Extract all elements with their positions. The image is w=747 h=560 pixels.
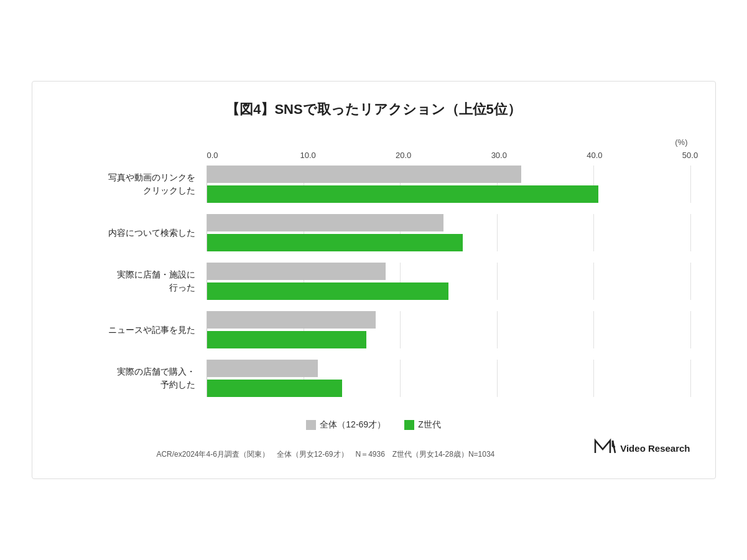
gray-bar-row-0 (207, 166, 690, 183)
green-bar-row-0 (207, 185, 690, 203)
x-tick-4: 40.0 (587, 151, 602, 160)
bars-container-0 (206, 166, 690, 203)
footer-row: ACR/ex2024年4-6月調査（関東） 全体（男女12-69才） N＝493… (57, 437, 690, 460)
legend-gray-box (306, 420, 316, 430)
bar-group-2: 実際に店舗・施設に 行った (70, 263, 690, 300)
bars-container-4 (206, 360, 690, 397)
percent-unit: (%) (213, 138, 690, 147)
bar-label-2: 実際に店舗・施設に 行った (70, 268, 206, 294)
bar-label-0: 写真や動画のリンクを クリックした (70, 171, 206, 197)
grid-line (690, 166, 691, 203)
green-bar-row-1 (207, 234, 690, 251)
green-bar-2 (207, 282, 449, 300)
gray-bar-1 (207, 214, 444, 231)
bar-group-4: 実際の店舗で購入・ 予約した (70, 360, 690, 397)
gray-bar-3 (207, 311, 376, 329)
bar-group-0: 写真や動画のリンクを クリックした (70, 166, 690, 203)
footnote: ACR/ex2024年4-6月調査（関東） 全体（男女12-69才） N＝493… (57, 449, 595, 460)
bar-group-3: ニュースや記事を見た (70, 311, 690, 348)
gray-bar-row-2 (207, 263, 690, 280)
bar-group-1: 内容について検索した (70, 214, 690, 251)
x-tick-5: 50.0 (682, 151, 698, 160)
bars-container-1 (206, 214, 690, 251)
vr-logo-text: Video Research (620, 443, 690, 454)
bar-label-1: 内容について検索した (70, 226, 206, 240)
gray-bar-row-3 (207, 311, 690, 329)
bar-label-3: ニュースや記事を見た (70, 324, 206, 337)
x-tick-3: 30.0 (491, 151, 507, 160)
vr-logo: Video Research (594, 438, 690, 459)
x-tick-0: 0.0 (206, 151, 218, 160)
grid-line (690, 311, 691, 348)
chart-body: 写真や動画のリンクを クリックした内容について検索した実際に店舗・施設に 行った… (70, 166, 690, 408)
legend-green-box (404, 420, 414, 430)
x-tick-2: 20.0 (396, 151, 411, 160)
bars-container-3 (206, 311, 690, 348)
green-bar-4 (207, 380, 343, 397)
green-bar-row-3 (207, 331, 690, 348)
legend-gray: 全体（12-69才） (306, 419, 386, 431)
legend-gray-label: 全体（12-69才） (320, 419, 386, 431)
grid-line (690, 263, 691, 300)
bar-label-4: 実際の店舗で購入・ 予約した (70, 365, 206, 391)
x-tick-1: 10.0 (300, 151, 315, 160)
green-bar-0 (207, 185, 598, 203)
green-bar-1 (207, 234, 463, 251)
gray-bar-4 (207, 360, 318, 377)
chart-title: 【図4】SNSで取ったリアクション（上位5位） (57, 100, 690, 119)
gray-bar-0 (207, 166, 521, 183)
gray-bar-row-4 (207, 360, 690, 377)
grid-line (690, 360, 691, 397)
legend: 全体（12-69才） Z世代 (57, 419, 690, 431)
gray-bar-2 (207, 263, 386, 280)
bars-container-2 (206, 263, 690, 300)
legend-green: Z世代 (404, 419, 441, 431)
grid-line (690, 214, 691, 251)
legend-green-label: Z世代 (418, 419, 441, 431)
green-bar-3 (207, 331, 366, 348)
vr-logo-icon (594, 438, 616, 459)
green-bar-row-2 (207, 282, 690, 300)
gray-bar-row-1 (207, 214, 690, 231)
green-bar-row-4 (207, 380, 690, 397)
